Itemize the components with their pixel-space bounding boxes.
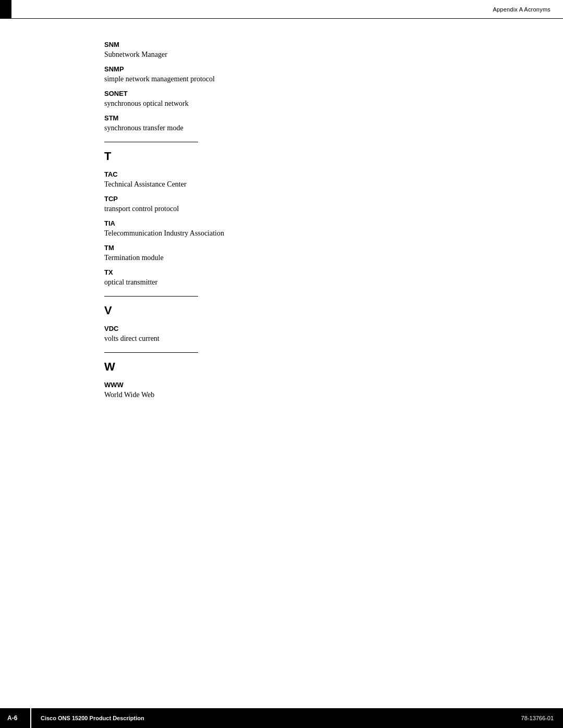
acronym-stm: STM [104, 114, 521, 122]
def-snmp: simple network management protocol [104, 75, 521, 83]
t-letter-heading: T [104, 150, 521, 163]
page-footer: A-6 Cisco ONS 15200 Product Description … [0, 708, 563, 728]
s-section-terms: SNM Subnetwork Manager SNMP simple netwo… [104, 41, 521, 132]
t-divider [104, 142, 198, 142]
page-header: Appendix A Acronyms [0, 0, 563, 19]
main-content: SNM Subnetwork Manager SNMP simple netwo… [0, 19, 563, 708]
def-tcp: transport control protocol [104, 205, 521, 213]
acronym-tac: TAC [104, 170, 521, 178]
footer-doc-title: Cisco ONS 15200 Product Description [31, 714, 521, 722]
def-vdc: volts direct current [104, 335, 521, 343]
acronym-tx: TX [104, 268, 521, 276]
acronym-block-stm: STM synchronous transfer mode [104, 114, 521, 132]
def-sonet: synchronous optical network [104, 100, 521, 108]
v-section-terms: VDC volts direct current [104, 325, 521, 343]
acronym-tcp: TCP [104, 195, 521, 203]
acronym-block-snmp: SNMP simple network management protocol [104, 65, 521, 83]
acronym-block-www: WWW World Wide Web [104, 381, 521, 399]
acronym-block-vdc: VDC volts direct current [104, 325, 521, 343]
t-section-terms: TAC Technical Assistance Center TCP tran… [104, 170, 521, 287]
acronym-sonet: SONET [104, 90, 521, 97]
v-divider [104, 296, 198, 297]
def-stm: synchronous transfer mode [104, 124, 521, 132]
acronym-tia: TIA [104, 219, 521, 227]
header-title: Appendix A Acronyms [493, 6, 550, 13]
w-divider [104, 352, 198, 353]
acronym-block-snm: SNM Subnetwork Manager [104, 41, 521, 59]
acronym-block-tia: TIA Telecommunication Industry Associati… [104, 219, 521, 238]
w-section-terms: WWW World Wide Web [104, 381, 521, 399]
acronym-tm: TM [104, 244, 521, 252]
acronym-block-sonet: SONET synchronous optical network [104, 90, 521, 108]
acronym-www: WWW [104, 381, 521, 389]
def-www: World Wide Web [104, 391, 521, 399]
def-snm: Subnetwork Manager [104, 51, 521, 59]
def-tx: optical transmitter [104, 278, 521, 287]
acronym-vdc: VDC [104, 325, 521, 332]
v-letter-heading: V [104, 304, 521, 317]
w-letter-heading: W [104, 360, 521, 374]
acronym-block-tac: TAC Technical Assistance Center [104, 170, 521, 189]
acronym-snm: SNM [104, 41, 521, 48]
corner-decoration [0, 0, 11, 19]
acronym-snmp: SNMP [104, 65, 521, 73]
acronym-block-tm: TM Termination module [104, 244, 521, 262]
def-tac: Technical Assistance Center [104, 180, 521, 189]
def-tm: Termination module [104, 254, 521, 262]
acronym-block-tx: TX optical transmitter [104, 268, 521, 287]
footer-page-number: A-6 [0, 708, 31, 728]
acronym-block-tcp: TCP transport control protocol [104, 195, 521, 213]
def-tia: Telecommunication Industry Association [104, 229, 521, 238]
footer-doc-number: 78-13766-01 [521, 715, 563, 721]
